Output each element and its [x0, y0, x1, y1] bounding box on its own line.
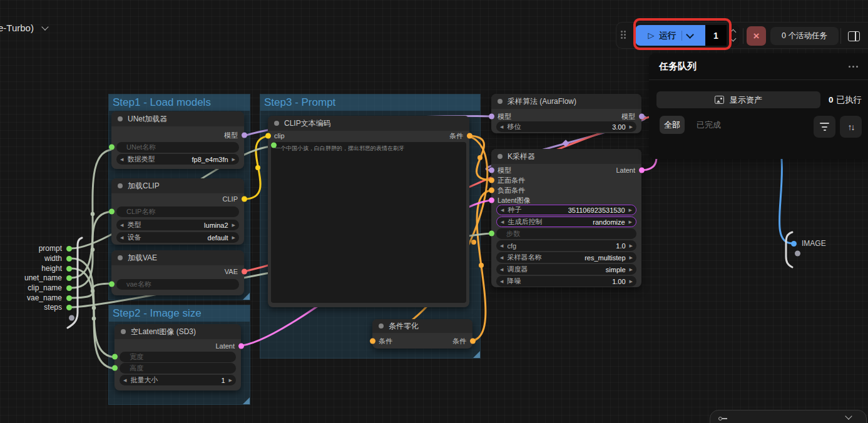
- widget-vae-name[interactable]: vae名称: [116, 279, 239, 290]
- input-slot-model[interactable]: [489, 168, 494, 173]
- arrow-left-icon[interactable]: ◀: [496, 255, 507, 260]
- widget-cfg[interactable]: ◀cfg1.0▶: [496, 240, 636, 251]
- collapse-dot-icon[interactable]: [118, 255, 123, 260]
- input-slot-model[interactable]: [489, 114, 494, 120]
- input-slot-width[interactable]: [112, 354, 118, 360]
- arrow-left-icon[interactable]: ◀: [496, 279, 507, 284]
- collapse-dot-icon[interactable]: [498, 99, 503, 104]
- widget-clip-name[interactable]: CLIP名称: [116, 206, 239, 217]
- widget-clip-device[interactable]: ◀设备default▶: [116, 232, 239, 243]
- chevron-down-icon[interactable]: [730, 36, 736, 42]
- node-cond-zero-out[interactable]: 条件零化 条件 条件: [372, 319, 472, 349]
- arrow-left-icon[interactable]: ◀: [120, 378, 130, 383]
- input-slot-clip-name[interactable]: [109, 209, 115, 215]
- node-clip-loader[interactable]: 加载CLIP CLIP CLIP名称 ◀类型lumina2▶ ◀设备defaul…: [111, 178, 244, 245]
- collapse-dot-icon[interactable]: [379, 324, 384, 329]
- arrow-left-icon[interactable]: ◀: [116, 235, 127, 240]
- output-slot-conditioning[interactable]: [470, 339, 476, 344]
- active-tasks-button[interactable]: 0 个活动任务: [770, 27, 839, 45]
- tab-all[interactable]: 全部: [660, 116, 685, 134]
- slot-dot[interactable]: [66, 246, 72, 252]
- input-slot-vae-name[interactable]: [109, 282, 115, 287]
- arrow-right-icon[interactable]: ▶: [228, 157, 239, 162]
- prompt-textarea[interactable]: 一个中国小孩，白白胖胖的，摆出邪恶的表情在刷牙: [271, 142, 466, 303]
- node-vae-loader[interactable]: 加载VAE VAE vae名称: [111, 250, 244, 295]
- slot-dot[interactable]: [795, 251, 800, 257]
- widget-seed[interactable]: ◀种子351106923531530▶: [496, 205, 636, 215]
- arrow-right-icon[interactable]: ▶: [225, 378, 236, 383]
- subgraph-input-vae-name[interactable]: vae_name: [27, 293, 72, 302]
- collapse-dot-icon[interactable]: [118, 183, 123, 188]
- slot-dot[interactable]: [66, 305, 72, 310]
- arrow-right-icon[interactable]: ▶: [626, 279, 636, 284]
- node-title-bar[interactable]: 条件零化: [372, 319, 472, 333]
- node-model-sampling-auraflow[interactable]: 采样算法 (AuraFlow) 模型 模型 ◀移位3.00▶: [491, 94, 641, 133]
- output-slot-latent[interactable]: [238, 344, 244, 349]
- output-slot-latent[interactable]: [639, 168, 645, 173]
- run-button[interactable]: ▷ 运行: [635, 25, 705, 46]
- arrow-left-icon[interactable]: ◀: [497, 208, 508, 213]
- slot-dot[interactable]: [66, 275, 72, 281]
- arrow-left-icon[interactable]: ◀: [496, 125, 507, 130]
- subgraph-input-height[interactable]: height: [41, 264, 72, 273]
- node-title-bar[interactable]: K采样器: [491, 149, 641, 164]
- workflow-tab[interactable]: e-Turbo): [0, 23, 48, 33]
- widget-control-after-generate[interactable]: ◀生成后控制randomize▶: [496, 217, 636, 227]
- chevron-down-icon[interactable]: [41, 23, 48, 30]
- subgraph-input-width[interactable]: width: [44, 254, 72, 263]
- widget-width[interactable]: 宽度: [120, 352, 236, 362]
- input-slot-negative[interactable]: [489, 188, 494, 193]
- widget-shift[interactable]: ◀移位3.00▶: [496, 121, 636, 132]
- input-slot-text[interactable]: [271, 143, 277, 148]
- arrow-right-icon[interactable]: ▶: [625, 220, 636, 225]
- node-title-bar[interactable]: 加载VAE: [111, 250, 244, 265]
- output-slot-model[interactable]: [242, 133, 247, 138]
- arrow-left-icon[interactable]: ◀: [496, 267, 507, 272]
- slot-dot[interactable]: [66, 295, 72, 301]
- arrow-left-icon[interactable]: ◀: [116, 157, 127, 162]
- output-slot-conditioning[interactable]: [467, 133, 472, 139]
- queue-count-stepper[interactable]: [727, 25, 739, 46]
- input-slot-height[interactable]: [112, 365, 118, 371]
- widget-height[interactable]: 高度: [120, 363, 236, 374]
- subgraph-input-prompt[interactable]: prompt: [39, 244, 72, 253]
- widget-sampler-name[interactable]: ◀采样器名称res_multistep▶: [496, 252, 636, 263]
- node-ksampler[interactable]: K采样器 模型 Latent 正面条件 负面条件 Latent图像 ◀种子351…: [491, 149, 641, 287]
- node-unet-loader[interactable]: UNet加载器 模型 UNet名称 ◀数据类型fp8_e4m3fn▶: [111, 111, 244, 169]
- input-slot-latent-image[interactable]: [489, 198, 494, 203]
- chevron-down-icon[interactable]: [686, 31, 694, 39]
- chevron-up-icon[interactable]: [730, 29, 736, 36]
- input-slot-clip[interactable]: [265, 133, 271, 139]
- sidebar-toggle-button[interactable]: [844, 26, 864, 46]
- collapse-dot-icon[interactable]: [498, 154, 503, 159]
- slot-dot[interactable]: [66, 256, 72, 262]
- subgraph-input-empty-slot[interactable]: [69, 315, 74, 321]
- arrow-right-icon[interactable]: ▶: [626, 125, 636, 130]
- arrow-right-icon[interactable]: ▶: [626, 267, 636, 272]
- subgraph-input-steps[interactable]: steps: [44, 303, 72, 312]
- collapse-dot-icon[interactable]: [274, 121, 279, 126]
- arrow-right-icon[interactable]: ▶: [228, 235, 239, 240]
- input-slot-steps[interactable]: [489, 231, 494, 237]
- widget-denoise[interactable]: ◀降噪1.00▶: [496, 276, 636, 287]
- node-title-bar[interactable]: 空Latent图像 (SD3): [115, 324, 241, 339]
- input-slot-conditioning[interactable]: [370, 339, 375, 344]
- widget-steps[interactable]: 步数: [496, 228, 636, 239]
- tab-completed[interactable]: 已完成: [693, 116, 725, 134]
- output-slot-model[interactable]: [639, 114, 645, 120]
- arrow-left-icon[interactable]: ◀: [497, 220, 508, 225]
- slot-dot[interactable]: [791, 241, 797, 247]
- subgraph-input-clip-name[interactable]: clip_name: [28, 283, 72, 292]
- input-slot-positive[interactable]: [489, 178, 494, 183]
- cancel-button[interactable]: ×: [747, 26, 766, 46]
- drag-handle-icon[interactable]: [621, 31, 626, 39]
- arrow-right-icon[interactable]: ▶: [228, 223, 239, 228]
- widget-batch-size[interactable]: ◀批量大小1▶: [120, 375, 236, 385]
- widget-dtype[interactable]: ◀数据类型fp8_e4m3fn▶: [116, 154, 239, 165]
- subgraph-output-empty-slot[interactable]: [795, 251, 800, 257]
- more-options-icon[interactable]: [849, 66, 858, 68]
- slot-dot[interactable]: [69, 315, 74, 321]
- widget-scheduler[interactable]: ◀调度器simple▶: [496, 264, 636, 275]
- node-title-bar[interactable]: 采样算法 (AuraFlow): [491, 94, 641, 109]
- widget-unet-name[interactable]: UNet名称: [116, 142, 239, 153]
